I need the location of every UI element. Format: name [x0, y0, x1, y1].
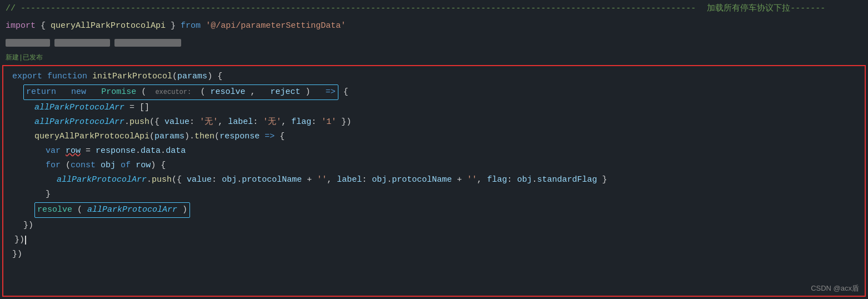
flag-val: '1': [321, 116, 336, 129]
comma3: ,: [281, 116, 291, 129]
value-wu: '无': [199, 116, 218, 129]
push-args: ({: [149, 116, 159, 129]
colon1: :: [189, 116, 199, 129]
colon2: :: [253, 116, 263, 129]
push-func: push: [129, 116, 149, 129]
dot6: .: [387, 173, 392, 187]
colon6: :: [507, 173, 517, 187]
resolve-arg: allParkProtocolArr: [87, 205, 177, 215]
comma5: ,: [477, 173, 487, 187]
comma4: ,: [327, 173, 337, 187]
blur-2: [54, 39, 110, 47]
executor-paren: (: [200, 87, 205, 97]
code-line-10: resolve ( allParkProtocolArr ): [3, 202, 865, 218]
blur-1: [6, 39, 50, 47]
resolve-close: ): [182, 205, 187, 215]
blurred-line: [0, 34, 868, 51]
protocol-name1: protocolName: [242, 173, 302, 187]
annotation-line: 新建|已发布: [0, 51, 868, 65]
cursor: [25, 236, 26, 245]
arr-var3: allParkProtocolArr: [57, 173, 147, 187]
query-paren: (: [149, 130, 154, 143]
import-brace-close: }: [166, 19, 181, 33]
code-line-8: allParkProtocolArr . push ({ value : obj…: [3, 173, 865, 187]
value-key2: value: [187, 173, 212, 187]
empty-str2: '': [467, 173, 477, 187]
code-line-13: }): [3, 247, 865, 262]
from-keyword: from: [181, 19, 201, 33]
data-prop2: data: [166, 144, 186, 158]
comment-dashes2: -------: [790, 2, 825, 16]
var-keyword: var: [46, 144, 61, 158]
flag-key: flag: [291, 116, 311, 129]
colon5: :: [362, 173, 372, 187]
data-prop1: data: [141, 144, 161, 158]
resolve-highlight-box: resolve ( allParkProtocolArr ): [34, 202, 190, 218]
colon3: :: [311, 116, 321, 129]
promise-close: }): [14, 233, 24, 247]
label-wu: '无': [263, 116, 281, 129]
plus1: +: [302, 173, 317, 187]
for-keyword: for: [46, 159, 61, 172]
arr-var: allParkProtocolArr: [34, 101, 124, 114]
response-param: response: [220, 130, 260, 143]
function-params: (: [172, 70, 177, 83]
resolve-func: resolve: [37, 205, 72, 215]
code-line-7: for ( const obj of row ) {: [3, 158, 865, 173]
dot4: .: [147, 173, 152, 187]
resolve-paren: (: [77, 205, 82, 215]
import-line: import { queryAllParkProtocolApi } from …: [0, 18, 868, 34]
for-paren: (: [61, 159, 71, 172]
return-keyword: return: [26, 87, 56, 97]
colon4: :: [212, 173, 222, 187]
standard-flag: standardFlag: [537, 173, 597, 187]
param-params: params: [177, 70, 207, 83]
editor-container: // -------------------------------------…: [0, 0, 868, 299]
code-line-2: return new Promise ( executor: ( resolve…: [3, 84, 865, 101]
import-brace-open: {: [36, 19, 51, 33]
push-func2: push: [152, 173, 172, 187]
comment-text: 加载所有停车协议下拉: [707, 2, 790, 16]
obj-var3: obj: [372, 173, 387, 187]
comment-dashes: // -------------------------------------…: [6, 2, 696, 16]
code-line-6: var row = response . data . data: [3, 144, 865, 158]
label-key2: label: [337, 173, 362, 187]
then-brace: {: [280, 130, 285, 143]
executor-paren2: ): [306, 87, 311, 97]
eq2: =: [81, 144, 96, 158]
then-paren: (: [214, 130, 220, 143]
arr-var2: allParkProtocolArr: [34, 116, 124, 129]
arrow1: =>: [326, 87, 336, 97]
code-line-4: allParkProtocolArr . push ({ value : '无'…: [3, 115, 865, 129]
for-end-brace: }: [46, 188, 51, 201]
code-line-12: }): [3, 233, 865, 247]
plus2: +: [452, 173, 467, 187]
query-func: queryAllParkProtocolApi: [34, 130, 149, 143]
top-comment-line: // -------------------------------------…: [0, 0, 868, 18]
obj-var: obj: [101, 159, 116, 172]
resolve-param: resolve: [210, 87, 245, 97]
empty-str1: '': [317, 173, 327, 187]
import-module: '@/api/parameterSettingData': [206, 19, 346, 33]
reject-param: reject: [271, 87, 301, 97]
code-line-5: queryAllParkProtocolApi ( params ). then…: [3, 129, 865, 144]
then-func: then: [194, 130, 214, 143]
new-keyword: new: [71, 87, 86, 97]
query-params: params: [154, 130, 184, 143]
query-close: ).: [184, 130, 194, 143]
function-brace: ) {: [207, 70, 222, 83]
promise-paren: (: [141, 87, 146, 97]
comma1: ,: [250, 87, 255, 97]
row-var2: row: [136, 159, 151, 172]
code-panel: export function initParkProtocol ( param…: [2, 65, 866, 297]
dot7: .: [532, 173, 537, 187]
code-line-9: }: [3, 187, 865, 202]
code-line-1: export function initParkProtocol ( param…: [3, 69, 865, 84]
obj-var4: obj: [517, 173, 532, 187]
const-keyword: const: [71, 159, 96, 172]
push2-open: ({: [172, 173, 182, 187]
function-name: initParkProtocol: [92, 70, 172, 83]
export-keyword: export: [12, 70, 42, 83]
of-keyword: of: [121, 159, 131, 172]
function-keyword: function: [47, 70, 87, 83]
